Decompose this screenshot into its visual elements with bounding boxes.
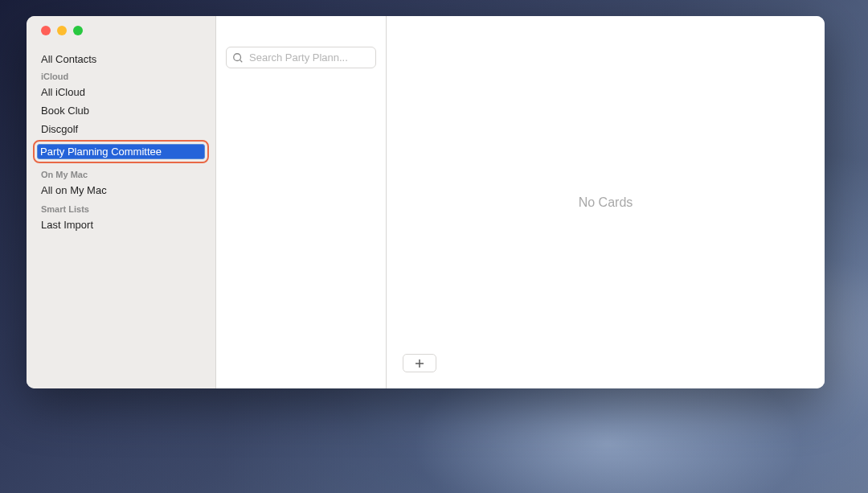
sidebar-header-smart-lists: Smart Lists: [27, 199, 215, 216]
svg-point-0: [234, 53, 241, 60]
plus-icon: [415, 359, 424, 368]
list-name-input[interactable]: [37, 144, 205, 159]
add-contact-button[interactable]: [403, 354, 436, 372]
search-input[interactable]: [226, 47, 376, 68]
sidebar-item-all-icloud[interactable]: All iCloud: [27, 83, 215, 101]
sidebar-item-discgolf[interactable]: Discgolf: [27, 120, 215, 138]
contacts-window: All Contacts iCloud All iCloud Book Club…: [27, 16, 825, 388]
contact-list-pane: [216, 16, 387, 388]
sidebar-header-on-my-mac: On My Mac: [27, 165, 215, 181]
contact-detail-pane: No Cards: [387, 16, 825, 388]
svg-line-1: [240, 60, 243, 62]
sidebar-item-editing: [33, 140, 209, 163]
minimize-window-button[interactable]: [57, 26, 67, 35]
sidebar-item-all-on-my-mac[interactable]: All on My Mac: [27, 181, 215, 199]
sidebar-item-all-contacts[interactable]: All Contacts: [27, 50, 215, 68]
window-controls: [27, 26, 215, 50]
sidebar-item-book-club[interactable]: Book Club: [27, 101, 215, 120]
close-window-button[interactable]: [41, 26, 51, 35]
empty-state-message: No Cards: [579, 195, 633, 210]
search-icon: [232, 52, 244, 64]
sidebar-item-last-import[interactable]: Last Import: [27, 216, 215, 234]
sidebar-header-icloud: iCloud: [27, 68, 215, 83]
sidebar: All Contacts iCloud All iCloud Book Club…: [27, 16, 216, 388]
maximize-window-button[interactable]: [73, 26, 83, 35]
search-container: [226, 47, 376, 68]
